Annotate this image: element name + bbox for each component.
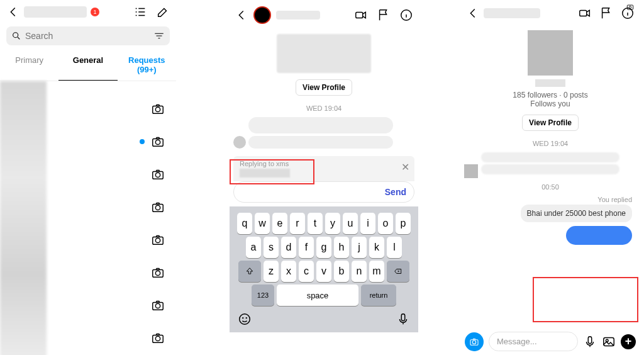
key-y[interactable]: y: [325, 213, 340, 234]
compose-icon[interactable]: [156, 5, 170, 19]
message-bubble[interactable]: [248, 117, 393, 133]
tab-requests[interactable]: Requests (99+): [118, 49, 176, 81]
list-item[interactable]: [47, 125, 176, 158]
camera-icon: [151, 298, 165, 312]
return-key[interactable]: return: [361, 285, 396, 306]
flag-icon[interactable]: [377, 8, 391, 22]
mic-icon[interactable]: [583, 335, 597, 349]
back-icon[interactable]: [466, 6, 480, 20]
key-a[interactable]: a: [246, 237, 261, 258]
key-m[interactable]: m: [369, 261, 384, 282]
compose-bar: Message... +: [465, 332, 636, 351]
list-item[interactable]: [47, 191, 176, 223]
video-call-icon[interactable]: [354, 8, 368, 22]
key-x[interactable]: x: [281, 261, 296, 282]
info-icon[interactable]: [399, 8, 413, 22]
list-item[interactable]: [47, 93, 176, 125]
send-button[interactable]: Send: [385, 187, 406, 197]
message-bubble[interactable]: [481, 152, 619, 162]
story-avatar[interactable]: [253, 6, 271, 24]
key-d[interactable]: d: [281, 237, 296, 258]
sender-avatar[interactable]: [464, 164, 478, 178]
quoted-message-bubble[interactable]: Bhai under 25000 best phone: [521, 205, 632, 222]
message-bubble[interactable]: [481, 164, 619, 174]
search-icon: [11, 31, 21, 41]
svg-point-24: [629, 6, 631, 8]
inbox-panel: 1 Primary General Requests (99+): [0, 0, 176, 355]
key-s[interactable]: s: [264, 237, 279, 258]
mic-key-icon[interactable]: [396, 312, 410, 326]
key-w[interactable]: w: [255, 213, 270, 234]
svg-point-12: [155, 271, 160, 275]
key-c[interactable]: c: [299, 261, 314, 282]
key-p[interactable]: p: [396, 213, 411, 234]
key-h[interactable]: h: [334, 237, 349, 258]
key-j[interactable]: j: [352, 237, 367, 258]
key-q[interactable]: q: [237, 213, 252, 234]
emoji-key-icon[interactable]: [238, 312, 252, 326]
gallery-icon[interactable]: [602, 335, 616, 349]
key-e[interactable]: e: [272, 213, 287, 234]
message-bubble[interactable]: [248, 136, 393, 149]
key-n[interactable]: n: [352, 261, 367, 282]
key-k[interactable]: k: [369, 237, 384, 258]
list-item[interactable]: [47, 223, 176, 256]
reply-preview-redacted: [240, 169, 290, 178]
back-icon[interactable]: [6, 5, 20, 19]
video-call-icon[interactable]: [578, 6, 592, 20]
list-item[interactable]: [47, 289, 176, 322]
close-icon[interactable]: ✕: [401, 161, 409, 173]
key-f[interactable]: f: [299, 237, 314, 258]
back-icon[interactable]: [235, 8, 248, 22]
key-i[interactable]: i: [360, 213, 375, 234]
chat-reply-panel: View Profile WED 19:04 Replying to xms ✕…: [230, 0, 418, 355]
sender-avatar[interactable]: [233, 136, 246, 149]
view-profile-button[interactable]: View Profile: [296, 79, 352, 96]
profile-avatar[interactable]: [528, 30, 573, 76]
list-icon[interactable]: [133, 5, 147, 19]
sent-message-bubble[interactable]: [566, 226, 632, 245]
list-item[interactable]: [47, 322, 176, 354]
tab-general[interactable]: General: [58, 49, 117, 81]
message-input[interactable]: Message...: [489, 332, 578, 351]
filter-icon[interactable]: [153, 30, 165, 42]
inbox-header: 1: [0, 0, 176, 24]
space-key[interactable]: space: [277, 285, 358, 306]
svg-point-0: [13, 33, 18, 38]
replying-to-label: Replying to xms: [240, 160, 408, 167]
key-l[interactable]: l: [387, 237, 402, 258]
key-t[interactable]: t: [308, 213, 323, 234]
svg-point-2: [155, 107, 160, 111]
camera-button[interactable]: [465, 332, 484, 351]
message-input-row[interactable]: Send: [233, 181, 414, 203]
view-profile-button[interactable]: View Profile: [522, 115, 579, 131]
shift-key[interactable]: [238, 261, 261, 282]
watermark: [626, 3, 635, 11]
list-item[interactable]: [47, 158, 176, 191]
unread-dot-icon: [140, 139, 145, 144]
chat-title-redacted: [276, 11, 320, 20]
key-o[interactable]: o: [378, 213, 393, 234]
inbox-body: [0, 81, 176, 355]
profile-follows-you: Follows you: [462, 99, 638, 108]
key-u[interactable]: u: [343, 213, 358, 234]
tab-primary[interactable]: Primary: [0, 49, 58, 81]
flag-icon[interactable]: [599, 6, 613, 20]
number-key[interactable]: 123: [252, 285, 274, 306]
profile-info-redacted: [277, 34, 371, 73]
svg-rect-23: [627, 5, 633, 9]
svg-rect-22: [401, 314, 405, 321]
key-v[interactable]: v: [316, 261, 331, 282]
svg-point-4: [155, 140, 160, 144]
list-item[interactable]: [47, 256, 176, 289]
key-b[interactable]: b: [334, 261, 349, 282]
add-button[interactable]: +: [621, 334, 636, 349]
key-r[interactable]: r: [290, 213, 305, 234]
backspace-key[interactable]: [387, 261, 409, 282]
search-field[interactable]: [25, 31, 150, 41]
svg-point-8: [155, 205, 160, 210]
conversation-avatars-blurred: [0, 81, 47, 355]
key-z[interactable]: z: [264, 261, 279, 282]
key-g[interactable]: g: [316, 237, 331, 258]
search-input[interactable]: [6, 26, 170, 45]
